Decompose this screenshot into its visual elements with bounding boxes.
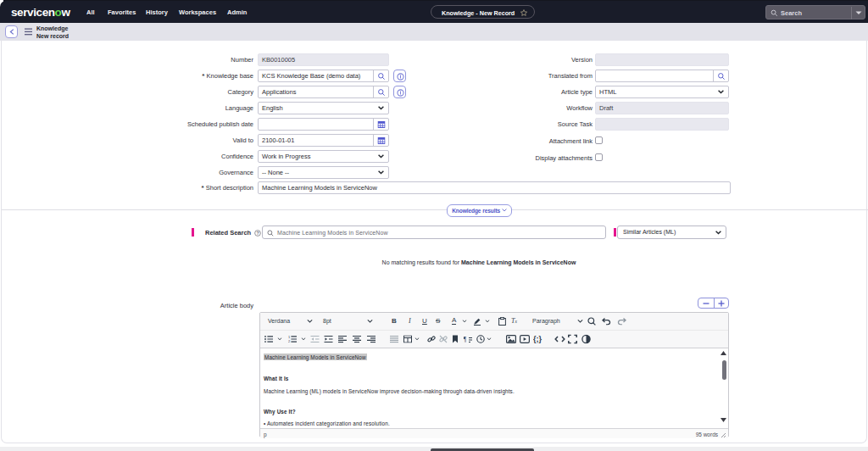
svg-text:¶: ¶ bbox=[464, 336, 467, 343]
svg-text:2: 2 bbox=[288, 339, 291, 342]
svg-text:?: ? bbox=[257, 230, 259, 235]
svg-text:1: 1 bbox=[288, 336, 291, 339]
svg-text:{;}: {;} bbox=[533, 335, 542, 343]
